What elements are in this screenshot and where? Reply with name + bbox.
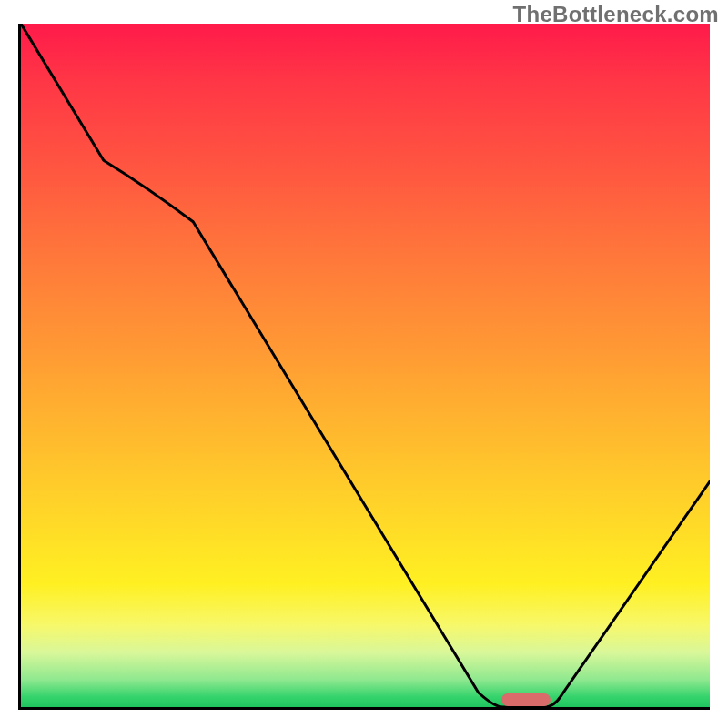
- curve-path: [21, 24, 710, 707]
- bottleneck-curve: [21, 24, 710, 707]
- chart-frame: TheBottleneck.com: [0, 0, 728, 728]
- optimum-marker: [501, 693, 551, 706]
- watermark-text: TheBottleneck.com: [513, 2, 719, 27]
- plot-area: [18, 24, 710, 710]
